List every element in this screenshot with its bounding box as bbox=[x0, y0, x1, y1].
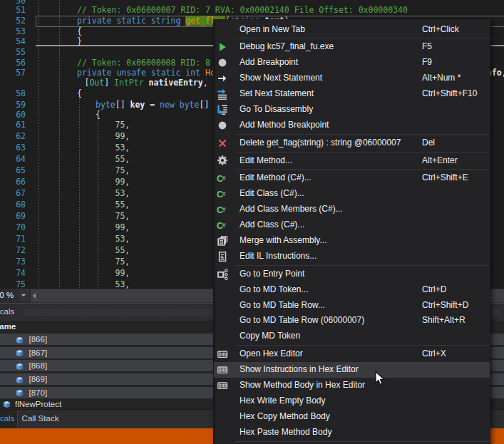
doc-icon bbox=[217, 251, 228, 262]
gear-icon bbox=[217, 155, 228, 166]
menu-item-shortcut: F9 bbox=[422, 55, 432, 71]
code-token: private unsafe static int bbox=[77, 68, 205, 78]
menu-item-debug-kc57-final-fu-exe[interactable]: Debug kc57_final_fu.exeF5 bbox=[214, 39, 490, 55]
code-token: byte bbox=[96, 100, 115, 110]
code-token: new bbox=[160, 100, 175, 110]
menu-item-add-class-c[interactable]: C#Add Class (C#)... bbox=[214, 217, 490, 233]
menu-item-hex-copy-method-body[interactable]: Hex Copy Method Body bbox=[214, 409, 490, 425]
svg-text:#: # bbox=[222, 206, 226, 213]
code-token: 75, bbox=[115, 257, 130, 267]
code-line: 75, bbox=[115, 257, 130, 268]
code-token: 53, bbox=[115, 279, 130, 288]
menu-item-label: Show Method Body in Hex Editor bbox=[240, 378, 365, 393]
menu-item-open-hex-editor[interactable]: Open Hex EditorCtrl+X bbox=[214, 346, 490, 362]
menu-item-shortcut: Ctrl+Shift+F10 bbox=[422, 86, 477, 102]
dnspy-window: 5051// Token: 0x06000007 RID: 7 RVA: 0x0… bbox=[0, 0, 504, 444]
menu-item-merge-with-assembly[interactable]: Merge with Assembly... bbox=[214, 233, 490, 249]
code-token: } bbox=[77, 36, 82, 46]
line-number: 58 bbox=[0, 88, 26, 100]
code-line: 99, bbox=[115, 177, 130, 188]
menu-item-hex-paste-method-body[interactable]: Hex Paste Method Body bbox=[214, 425, 490, 440]
menu-item-label: Add Method Breakpoint bbox=[240, 118, 329, 133]
mouse-cursor bbox=[375, 371, 386, 386]
variable-cube-icon bbox=[16, 336, 24, 347]
menu-item-go-to-md-table-row-06000007[interactable]: Go to MD Table Row (06000007)Shift+Alt+R bbox=[214, 313, 490, 329]
menu-item-edit-method-c[interactable]: C#Edit Method (C#)...Ctrl+Shift+E bbox=[214, 170, 490, 186]
menu-item-label: Go to Entry Point bbox=[240, 267, 304, 282]
menu-item-go-to-entry-point[interactable]: Go to Entry Point bbox=[214, 267, 490, 282]
tab-call-stack[interactable]: Call Stack bbox=[17, 410, 64, 428]
menu-item-add-method-breakpoint[interactable]: Add Method Breakpoint bbox=[214, 118, 490, 133]
menu-item-go-to-md-token[interactable]: Go to MD Token...Ctrl+D bbox=[214, 282, 490, 298]
menu-item-add-breakpoint[interactable]: Add BreakpointF9 bbox=[214, 55, 490, 71]
menu-item-shortcut: Ctrl+X bbox=[422, 346, 446, 362]
menu-item-label: Show Next Statement bbox=[240, 71, 322, 86]
line-number: 68 bbox=[0, 200, 26, 211]
menu-item-add-class-members-c[interactable]: C#Add Class Members (C#)... bbox=[214, 202, 490, 217]
code-token: 99, bbox=[115, 222, 130, 232]
menu-item-label: Open in New Tab bbox=[240, 22, 305, 38]
zoom-dropdown-button[interactable] bbox=[19, 289, 29, 301]
delete-icon bbox=[217, 138, 228, 149]
tab-locals[interactable]: Locals bbox=[0, 410, 18, 428]
menu-item-show-method-body-in-hex-editor[interactable]: Show Method Body in Hex Editor bbox=[214, 378, 490, 393]
menu-item-label: Debug kc57_final_fu.exe bbox=[240, 39, 334, 55]
menu-item-hex-write-empty-body[interactable]: Hex Write Empty Body bbox=[214, 393, 490, 409]
circle-icon bbox=[217, 120, 228, 131]
menu-item-label: Go to MD Token... bbox=[240, 282, 309, 298]
code-token: 75, bbox=[115, 211, 130, 221]
code-line: 53, bbox=[115, 234, 130, 245]
menu-item-go-to-disassembly[interactable]: Go To Disassembly bbox=[214, 102, 490, 118]
line-number: 62 bbox=[0, 131, 26, 143]
menu-item-edit-class-c[interactable]: C#Edit Class (C#)... bbox=[214, 186, 490, 202]
menu-item-copy-md-token[interactable]: Copy MD Token bbox=[214, 329, 490, 344]
code-line: 53, bbox=[115, 143, 130, 154]
menu-item-shortcut: Alt+Enter bbox=[422, 153, 458, 169]
code-token: 99, bbox=[115, 131, 130, 141]
menu-item-label: Edit IL Instructions... bbox=[240, 249, 317, 264]
line-number: 73 bbox=[0, 257, 26, 268]
menu-separator bbox=[235, 345, 490, 346]
indent-guide bbox=[98, 119, 98, 288]
variable-cube-icon bbox=[16, 362, 24, 373]
zoom-level: 100 % bbox=[0, 291, 14, 299]
code-line: // Token: 0x06000007 RID: 7 RVA: 0x00002… bbox=[77, 5, 408, 16]
menu-item-label: Go To Disassembly bbox=[240, 102, 313, 118]
code-token: 75, bbox=[115, 165, 130, 175]
indent-guide bbox=[38, 0, 39, 288]
line-number: 61 bbox=[0, 120, 26, 131]
line-number: 69 bbox=[0, 211, 26, 222]
menu-item-go-to-md-table-row[interactable]: Go to MD Table Row...Ctrl+Shift+D bbox=[214, 298, 490, 314]
menu-item-show-next-statement[interactable]: Show Next StatementAlt+Num * bbox=[214, 71, 490, 86]
variable-name: flNewProtect bbox=[15, 398, 61, 410]
menu-item-open-in-new-tab[interactable]: Open in New TabCtrl+Click bbox=[214, 22, 490, 38]
hex-icon bbox=[217, 364, 228, 376]
menu-item-label: Delete get_flag(string) : string @060000… bbox=[240, 135, 401, 151]
code-line: 53, bbox=[115, 279, 130, 288]
menu-item-label: Hex Write Empty Body bbox=[240, 393, 325, 409]
menu-item-shortcut: Del bbox=[422, 135, 435, 151]
code-token: private static string bbox=[77, 16, 185, 26]
locals-title: Locals bbox=[0, 307, 14, 316]
menu-separator bbox=[235, 152, 490, 153]
hex-icon bbox=[217, 380, 228, 391]
code-line: { bbox=[77, 88, 82, 100]
menu-item-shortcut: Ctrl+D bbox=[422, 282, 446, 298]
menu-separator bbox=[235, 169, 490, 170]
menu-separator bbox=[235, 265, 490, 266]
line-number: 54 bbox=[0, 36, 26, 48]
svg-text:#: # bbox=[222, 221, 226, 228]
menu-item-shortcut: Ctrl+Shift+E bbox=[422, 170, 468, 186]
menu-item-set-next-statement[interactable]: Set Next StatementCtrl+Shift+F10 bbox=[214, 86, 490, 102]
scroll-left-arrow-icon[interactable] bbox=[33, 293, 36, 299]
menu-item-label: Edit Method (C#)... bbox=[240, 170, 312, 186]
code-token: , bbox=[203, 78, 208, 88]
code-token: 75, bbox=[115, 120, 130, 130]
line-number: 53 bbox=[0, 26, 26, 38]
menu-item-edit-method[interactable]: Edit Method...Alt+Enter bbox=[214, 153, 490, 169]
menu-item-delete-get-flag-string-string-06000007[interactable]: Delete get_flag(string) : string @060000… bbox=[214, 135, 490, 151]
code-token: byte bbox=[180, 100, 200, 110]
menu-item-show-instructions-in-hex-editor[interactable]: Show Instructions in Hex Editor bbox=[214, 362, 490, 378]
menu-item-edit-il-instructions[interactable]: Edit IL Instructions... bbox=[214, 249, 490, 264]
code-line: [Out] IntPtr nativeEntry, bbox=[85, 78, 208, 89]
